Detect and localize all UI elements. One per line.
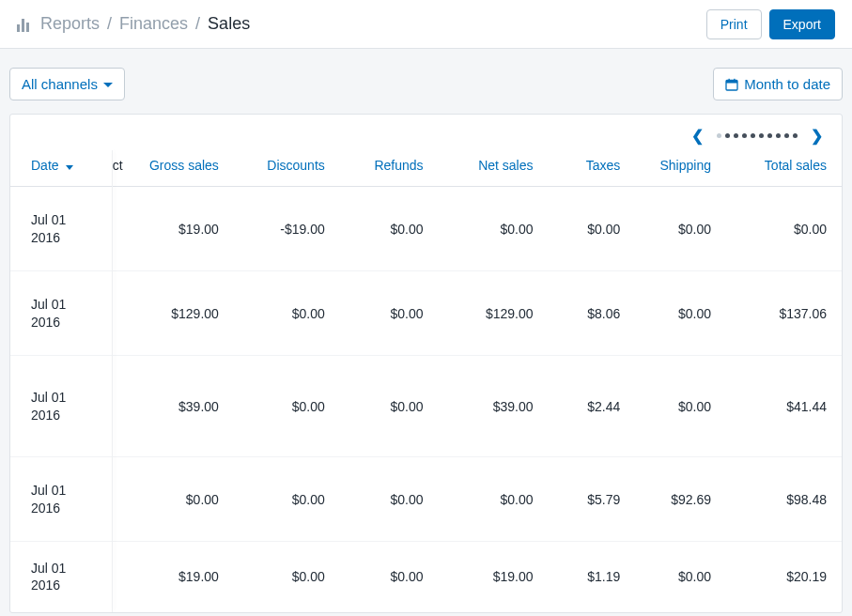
sales-table-card: ❮ ❯ Date [9, 114, 843, 613]
pager-dot[interactable] [717, 133, 721, 138]
pager-dots [717, 133, 798, 138]
cell-date: Jul 012016 [10, 271, 113, 356]
breadcrumb-finances[interactable]: Finances [119, 14, 188, 34]
cell-fragment [113, 271, 130, 356]
cell-taxes: $1.19 [549, 542, 636, 612]
cell-total: $41.44 [726, 356, 842, 457]
cell-date: Jul 012016 [10, 542, 113, 612]
cell-refunds: $0.00 [340, 356, 439, 457]
pager-dot[interactable] [776, 133, 781, 138]
table-row[interactable]: Jul 012016$39.00$0.00$0.00$39.00$2.44$0.… [10, 356, 842, 457]
pager: ❮ ❯ [10, 115, 842, 150]
cell-refunds: $0.00 [340, 457, 439, 542]
table-header-row: Date ct Gross sales Discounts Refunds Ne… [10, 150, 842, 187]
cell-taxes: $8.06 [549, 271, 636, 356]
table-body: Jul 012016$19.00-$19.00$0.00$0.00$0.00$0… [10, 187, 842, 612]
cell-discounts: $0.00 [234, 542, 340, 612]
table-row[interactable]: Jul 012016$0.00$0.00$0.00$0.00$5.79$92.6… [10, 457, 842, 542]
cell-taxes: $2.44 [549, 356, 636, 457]
table-row[interactable]: Jul 012016$19.00$0.00$0.00$19.00$1.19$0.… [10, 542, 842, 612]
cell-net: $0.00 [439, 187, 549, 271]
pager-prev-button[interactable]: ❮ [688, 127, 707, 145]
cell-gross: $19.00 [130, 542, 234, 612]
toolbar: All channels Month to date [0, 49, 852, 114]
cell-refunds: $0.00 [340, 187, 439, 271]
cell-gross: $129.00 [130, 271, 234, 356]
cell-net: $0.00 [439, 457, 549, 542]
col-taxes[interactable]: Taxes [549, 150, 636, 187]
cell-taxes: $5.79 [549, 457, 636, 542]
cell-shipping: $0.00 [635, 187, 726, 271]
breadcrumb-reports[interactable]: Reports [40, 14, 100, 34]
cell-net: $39.00 [439, 356, 549, 457]
svg-rect-1 [726, 80, 737, 83]
print-button[interactable]: Print [706, 9, 762, 39]
calendar-icon [725, 78, 738, 91]
col-fragment: ct [113, 150, 130, 187]
col-discounts[interactable]: Discounts [234, 150, 340, 187]
page-header: Reports / Finances / Sales Print Export [0, 0, 852, 49]
cell-net: $19.00 [439, 542, 549, 612]
pager-next-button[interactable]: ❯ [807, 127, 827, 145]
cell-discounts: $0.00 [234, 356, 340, 457]
cell-discounts: $0.00 [234, 271, 340, 356]
cell-fragment [113, 457, 130, 542]
date-range-label: Month to date [744, 76, 830, 92]
col-refunds[interactable]: Refunds [340, 150, 439, 187]
cell-refunds: $0.00 [340, 542, 439, 612]
breadcrumb-current: Sales [208, 14, 250, 34]
cell-total: $98.48 [726, 457, 842, 542]
table-row[interactable]: Jul 012016$129.00$0.00$0.00$129.00$8.06$… [10, 271, 842, 356]
cell-total: $0.00 [726, 187, 842, 271]
export-button[interactable]: Export [769, 9, 835, 39]
col-total-sales[interactable]: Total sales [726, 150, 842, 187]
cell-date: Jul 012016 [10, 356, 113, 457]
table-scroll-area: Date ct Gross sales Discounts Refunds Ne… [10, 150, 842, 612]
svg-rect-3 [734, 78, 735, 81]
cell-discounts: $0.00 [234, 457, 340, 542]
pager-dot[interactable] [742, 133, 747, 138]
pager-dot[interactable] [784, 133, 789, 138]
col-date[interactable]: Date [10, 150, 113, 187]
breadcrumb-sep: / [195, 14, 200, 34]
cell-gross: $39.00 [130, 356, 234, 457]
cell-discounts: -$19.00 [234, 187, 340, 271]
cell-total: $137.06 [726, 271, 842, 356]
col-shipping[interactable]: Shipping [635, 150, 726, 187]
cell-gross: $19.00 [130, 187, 234, 271]
sales-table: Date ct Gross sales Discounts Refunds Ne… [10, 150, 842, 612]
header-actions: Print Export [706, 9, 835, 39]
cell-date: Jul 012016 [10, 457, 113, 542]
channel-filter-button[interactable]: All channels [9, 68, 125, 100]
cell-shipping: $0.00 [635, 271, 726, 356]
pager-dot[interactable] [751, 133, 755, 138]
chevron-down-icon [103, 83, 113, 87]
cell-total: $20.19 [726, 542, 842, 612]
cell-shipping: $0.00 [635, 356, 726, 457]
cell-fragment [113, 356, 130, 457]
col-net-sales[interactable]: Net sales [439, 150, 549, 187]
col-gross-sales[interactable]: Gross sales [130, 150, 234, 187]
cell-net: $129.00 [439, 271, 549, 356]
cell-taxes: $0.00 [549, 187, 636, 271]
pager-dot[interactable] [793, 133, 798, 138]
cell-refunds: $0.00 [340, 271, 439, 356]
breadcrumb-sep: / [107, 14, 112, 34]
cell-date: Jul 012016 [10, 187, 113, 271]
cell-gross: $0.00 [130, 457, 234, 542]
cell-shipping: $0.00 [635, 542, 726, 612]
pager-dot[interactable] [734, 133, 738, 138]
cell-shipping: $92.69 [635, 457, 726, 542]
date-range-button[interactable]: Month to date [713, 68, 843, 100]
pager-dot[interactable] [759, 133, 764, 138]
chevron-down-icon [66, 165, 73, 170]
pager-dot[interactable] [767, 133, 772, 138]
table-row[interactable]: Jul 012016$19.00-$19.00$0.00$0.00$0.00$0… [10, 187, 842, 271]
breadcrumb: Reports / Finances / Sales [17, 14, 250, 34]
col-date-label: Date [31, 158, 59, 173]
svg-rect-2 [729, 78, 730, 81]
channel-filter-label: All channels [22, 76, 98, 92]
pager-dot[interactable] [725, 133, 730, 138]
cell-fragment [113, 542, 130, 612]
cell-fragment [113, 187, 130, 271]
